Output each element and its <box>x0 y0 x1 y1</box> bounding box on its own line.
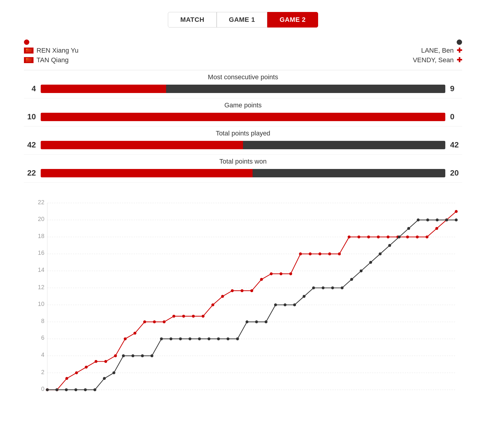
svg-point-71 <box>75 388 78 391</box>
svg-point-74 <box>103 377 106 380</box>
svg-point-67 <box>455 210 458 213</box>
svg-text:4: 4 <box>41 351 44 358</box>
svg-point-97 <box>322 287 325 289</box>
player-name-tan: TAN Qiang <box>37 56 69 64</box>
player-name-lane: LANE, Ben <box>421 47 454 54</box>
svg-point-81 <box>169 337 172 340</box>
svg-point-72 <box>84 388 87 391</box>
svg-point-55 <box>338 252 341 255</box>
svg-text:0: 0 <box>41 385 44 392</box>
tab-game2[interactable]: GAME 2 <box>267 12 318 28</box>
stat-total-played: Total points played 42 42 <box>24 127 462 155</box>
chart-section: 0 2 4 6 8 10 12 14 16 <box>24 195 462 398</box>
stat-total-won-row: 22 20 <box>24 168 462 178</box>
player-row-3: LANE, Ben ✚ <box>421 47 462 54</box>
players-header: 🇨🇳 REN Xiang Yu 🇨🇳 TAN Qiang LANE, Ben ✚… <box>18 39 468 64</box>
svg-point-56 <box>348 235 351 238</box>
stat-total-played-left-val: 42 <box>24 140 36 150</box>
red-line <box>47 211 456 390</box>
svg-point-52 <box>309 252 312 255</box>
stat-consecutive-left-val: 4 <box>24 84 36 93</box>
svg-point-53 <box>318 252 321 255</box>
svg-point-93 <box>284 304 287 307</box>
stat-game-points-row: 10 0 <box>24 112 462 121</box>
player-row-2: 🇨🇳 TAN Qiang <box>24 56 78 64</box>
svg-point-27 <box>65 377 68 380</box>
team-left-dot-row <box>24 39 78 45</box>
svg-point-58 <box>367 235 370 238</box>
stat-consecutive-right-val: 9 <box>450 84 462 93</box>
svg-point-79 <box>151 354 154 357</box>
svg-point-29 <box>85 366 88 369</box>
svg-text:22: 22 <box>38 199 45 205</box>
svg-point-95 <box>303 295 306 298</box>
svg-point-77 <box>131 354 134 357</box>
svg-point-94 <box>293 304 296 307</box>
svg-point-45 <box>241 289 244 292</box>
svg-point-99 <box>341 287 344 289</box>
svg-point-82 <box>179 337 182 340</box>
svg-point-87 <box>227 337 230 340</box>
svg-point-49 <box>280 272 283 275</box>
svg-text:10: 10 <box>38 301 45 307</box>
svg-point-46 <box>250 289 253 292</box>
svg-point-51 <box>299 252 302 255</box>
svg-point-91 <box>265 320 268 323</box>
stat-game-points: Game points 10 0 <box>24 98 462 127</box>
stat-total-played-row: 42 42 <box>24 140 462 150</box>
flag-ren: 🇨🇳 <box>24 48 34 54</box>
svg-point-64 <box>426 235 429 238</box>
svg-point-36 <box>153 320 156 323</box>
stat-total-won-bar <box>41 169 445 177</box>
svg-point-59 <box>377 235 380 238</box>
tab-match[interactable]: MATCH <box>168 12 216 28</box>
tab-game1[interactable]: GAME 1 <box>217 12 267 28</box>
bar-red-total-won <box>41 169 253 177</box>
stat-total-played-right-val: 42 <box>450 140 462 150</box>
svg-point-63 <box>416 235 419 238</box>
svg-point-85 <box>207 337 210 340</box>
bar-red-total-played <box>41 141 243 149</box>
team-right: LANE, Ben ✚ VENDY, Sean ✚ <box>413 39 462 64</box>
svg-point-88 <box>236 337 239 340</box>
stat-consecutive: Most consecutive points 4 9 <box>24 70 462 98</box>
svg-point-48 <box>270 272 273 275</box>
svg-point-96 <box>312 287 315 289</box>
stat-consecutive-row: 4 9 <box>24 84 462 93</box>
stat-total-won-left-val: 22 <box>24 168 36 178</box>
svg-point-73 <box>93 388 96 391</box>
svg-point-105 <box>398 235 401 238</box>
svg-point-110 <box>445 219 448 222</box>
svg-point-65 <box>435 227 438 230</box>
stat-total-played-label: Total points played <box>24 129 462 137</box>
svg-point-90 <box>255 320 258 323</box>
svg-point-62 <box>406 235 409 238</box>
player-name-vendy: VENDY, Sean <box>413 56 454 64</box>
bar-dark-total-played <box>243 141 445 149</box>
svg-point-108 <box>426 219 429 222</box>
bar-dark-consecutive <box>166 85 445 93</box>
svg-point-37 <box>163 320 166 323</box>
svg-point-102 <box>369 261 372 264</box>
svg-point-33 <box>124 337 127 340</box>
stat-consecutive-bar <box>41 85 445 93</box>
stat-game-points-bar <box>41 113 445 121</box>
bar-red-game-points <box>41 113 445 121</box>
svg-point-106 <box>407 227 410 230</box>
svg-point-109 <box>436 219 439 222</box>
svg-point-40 <box>192 315 195 318</box>
svg-point-68 <box>46 388 49 391</box>
svg-point-57 <box>357 235 360 238</box>
svg-point-39 <box>182 315 185 318</box>
svg-text:2: 2 <box>41 369 44 375</box>
svg-point-92 <box>274 304 277 307</box>
stat-total-won-right-val: 20 <box>450 168 462 178</box>
stat-total-played-bar <box>41 141 445 149</box>
red-dot-icon <box>24 39 29 45</box>
svg-point-86 <box>217 337 220 340</box>
svg-text:12: 12 <box>38 284 45 290</box>
svg-point-78 <box>141 354 144 357</box>
svg-point-50 <box>289 272 292 275</box>
stat-game-points-left-val: 10 <box>24 112 36 121</box>
svg-point-80 <box>160 337 163 340</box>
